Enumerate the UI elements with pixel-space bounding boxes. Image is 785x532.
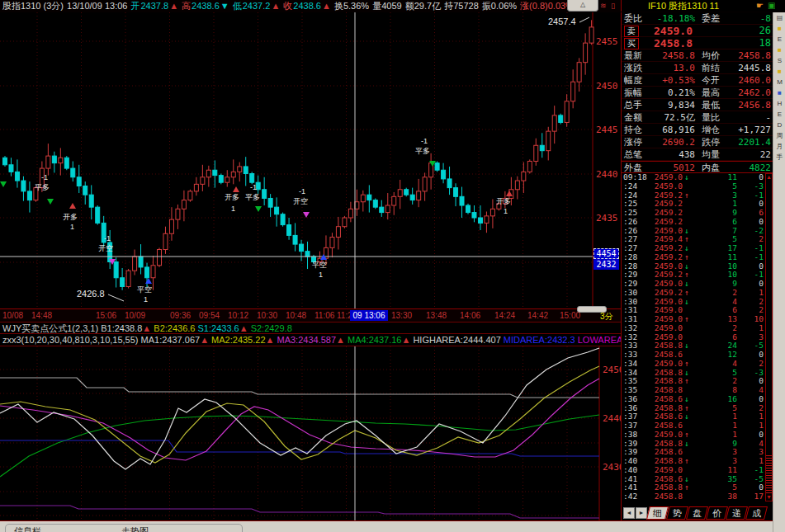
time-tick-label: 10:48 xyxy=(286,311,306,320)
tick-row: :342459.0↑42 xyxy=(622,360,773,369)
topbar-field: ▼ xyxy=(220,1,232,11)
trade-signal-label: 平多 xyxy=(415,147,430,155)
trade-signal-label: -1 xyxy=(299,187,305,195)
tab-scroll-button[interactable]: ► xyxy=(636,507,647,519)
time-tick-label: 13:48 xyxy=(426,311,447,320)
indicator-value: MA1:2437.067 xyxy=(141,335,201,345)
price-callout-label: 2426.8 xyxy=(77,289,105,299)
scroll-up-icon[interactable]: ▲ xyxy=(766,174,772,181)
tick-row: :312459.062 xyxy=(622,306,773,315)
indicator-value: ▲ xyxy=(401,335,413,345)
toolbar-icon[interactable]: ■ xyxy=(773,23,785,34)
weibi-row: 委比-18.18%委差-8 xyxy=(622,12,773,25)
tick-row: :312459.0↑1310 xyxy=(622,315,773,324)
tick-row: :302459.2↑21 xyxy=(622,289,773,298)
toolbar-icon[interactable]: E xyxy=(773,109,785,120)
toolbar-icon[interactable]: H xyxy=(773,98,785,109)
tick-row: :352458.8↑20 xyxy=(622,377,773,386)
period-label[interactable]: 3分 xyxy=(600,311,613,322)
indicator-value: MIDAREA:2432.3 xyxy=(504,335,578,345)
tick-tab-势[interactable]: 势 xyxy=(666,506,688,520)
indicator-value: ▲ xyxy=(142,323,154,333)
indicator-chart[interactable]: 245024402430 xyxy=(0,346,621,521)
tick-scrollbar[interactable]: ▲ ▼ xyxy=(765,173,773,501)
time-tick-label: 14:48 xyxy=(31,311,52,320)
topbar: 股指1310 (3分) 13/10/09 13:06 开2437.8▲ 高243… xyxy=(0,0,785,13)
collapse-panel-button[interactable]: △ xyxy=(567,0,598,12)
toolbar-icon[interactable]: E xyxy=(773,34,785,45)
time-tick-label: 15:00 xyxy=(560,311,580,320)
toolbar-icon[interactable]: 手 xyxy=(773,152,785,162)
bottom-page-tab[interactable]: 信息栏走势图 xyxy=(5,524,243,532)
topbar-field: 低 xyxy=(233,1,242,11)
tick-row: 09:182459.0↓110 xyxy=(622,173,773,182)
toolbar-icon[interactable]: ■ xyxy=(773,66,785,77)
time-axis: 10/0814:4815:0610/0909:3609:5410:1210:30… xyxy=(0,308,621,322)
sell-row[interactable]: 卖2459.026 xyxy=(622,25,773,37)
trade-signal-label: 开多 xyxy=(225,193,239,201)
tick-tab-盘[interactable]: 盘 xyxy=(686,506,708,520)
topbar-field: 换5.36% xyxy=(334,1,371,11)
indicator-value: ▲ xyxy=(200,335,211,345)
indicator-value: WJY买卖点公式1(2,3,1) xyxy=(2,323,101,333)
bottom-tab-label[interactable]: 信息栏 xyxy=(14,525,41,532)
topbar-field: ▲ xyxy=(271,1,282,11)
chart-style-icon[interactable]: ≋ xyxy=(600,1,607,12)
indicator-value: S2:2429.8 xyxy=(251,323,292,333)
indicator-value: ▲ xyxy=(266,335,277,345)
horizontal-scrollbar[interactable] xyxy=(577,306,607,313)
chart-window-icon[interactable]: ▯ xyxy=(611,1,615,12)
topbar-field: 高 xyxy=(182,1,191,11)
trade-signal-label: 1 xyxy=(319,271,323,279)
bottom-tab-strip: 信息栏走势图 xyxy=(0,520,773,532)
tick-tab-细[interactable]: 细 xyxy=(646,506,669,520)
price-callout-label: 2457.4 xyxy=(548,16,576,26)
time-tick-label: 14:06 xyxy=(460,311,480,320)
quote-row: 金额72.5亿量比- xyxy=(622,111,773,124)
tick-row: :262459.260 xyxy=(622,218,773,227)
toolbar-icon[interactable]: ■ xyxy=(773,87,785,98)
toolbar-icon[interactable]: ■ xyxy=(773,45,785,55)
buy-row[interactable]: 买2458.818 xyxy=(622,37,773,49)
time-tick-label: 10:12 xyxy=(228,311,248,320)
quote-row: 总笔438均量22 xyxy=(622,148,773,161)
trade-signal-label: 开空 xyxy=(98,244,113,252)
board-icon[interactable]: ▣ xyxy=(768,0,775,12)
price-tick-label: 2435 xyxy=(596,213,618,224)
topbar-field: 2438.6 xyxy=(293,1,321,11)
kline-chart[interactable]: 245524502445244024352430 -1平多开多1-1开空平空1开… xyxy=(0,12,621,308)
toolbar-icon[interactable]: ▤ xyxy=(773,12,785,23)
indicator-formula-line1: WJY买卖点公式1(2,3,1) B1:2438.8▲ B2:2436.6 S1… xyxy=(0,322,623,334)
tab-scroll-button[interactable]: ◄ xyxy=(623,507,635,519)
trading-terminal: 股指1310 (3分) 13/10/09 13:06 开2437.8▲ 高243… xyxy=(0,0,785,532)
time-tick-label: 10:30 xyxy=(257,311,277,320)
tick-row: :272459.4↑52 xyxy=(622,235,773,244)
toolbar-icon[interactable]: D xyxy=(773,120,785,130)
toolbar-icon[interactable]: M xyxy=(773,77,785,87)
tick-row: :242459.2↑3-1 xyxy=(622,191,773,200)
tick-row: :282459.2↑11-1 xyxy=(622,253,773,262)
pointer-hand-icon[interactable]: ☛ xyxy=(756,0,764,12)
tick-tab-bar: ◄►细势盘价递成 xyxy=(623,505,773,520)
indicator-value: LOWAREA:2420.193 xyxy=(578,335,623,345)
topbar-field: 2437.8 xyxy=(141,1,169,11)
tick-row: :392458.633 xyxy=(622,448,773,457)
crosshair-volume-value: 4454 xyxy=(593,248,619,259)
tick-tab-递[interactable]: 递 xyxy=(726,506,748,520)
tick-row: :292459.2↑10-1 xyxy=(622,271,773,280)
bottom-tab-label[interactable]: 走势图 xyxy=(121,525,149,532)
scroll-down-icon[interactable]: ▼ xyxy=(766,494,772,501)
tick-row: :332458.8↓24-5 xyxy=(622,341,773,351)
toolbar-icon[interactable]: 月 xyxy=(773,141,785,152)
scroll-thumb[interactable] xyxy=(766,455,772,493)
tick-tab-价[interactable]: 价 xyxy=(706,506,728,520)
tick-row: :322459.021 xyxy=(622,324,773,333)
price-tick-label: 2450 xyxy=(596,81,618,92)
tick-row: :362458.6↓160 xyxy=(622,395,773,404)
toolbar-icon[interactable]: 周 xyxy=(773,130,785,141)
topbar-field: 收 xyxy=(283,1,292,11)
toolbar-icon[interactable]: S xyxy=(773,55,785,66)
tick-row: :252459.210 xyxy=(622,200,773,209)
tick-tab-成[interactable]: 成 xyxy=(745,506,768,520)
trade-signal-label: 平多 xyxy=(245,193,260,201)
